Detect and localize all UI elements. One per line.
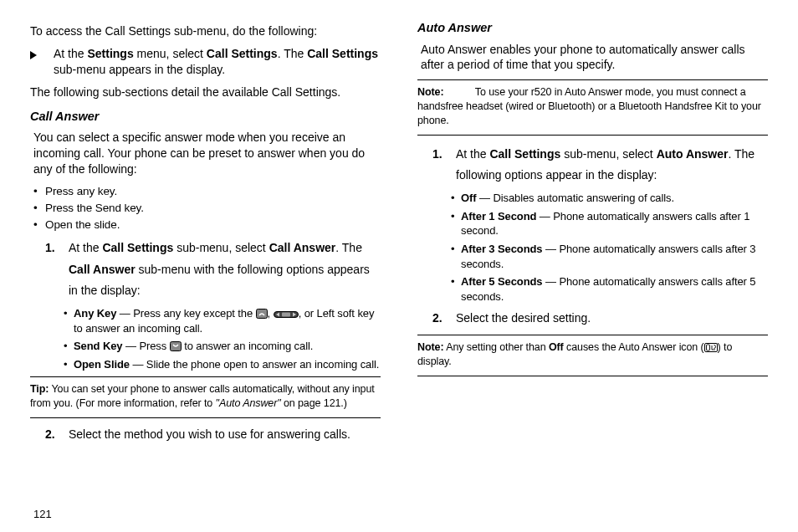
- access-step: At the Settings menu, select Call Settin…: [30, 46, 381, 78]
- divider: [417, 135, 768, 136]
- numbered-step-2: 2. Select the method you wish to use for…: [30, 427, 381, 442]
- numbered-step-2: 2. Select the desired setting.: [417, 310, 768, 326]
- step-number: 1.: [45, 238, 55, 258]
- bold: Call Settings: [307, 47, 378, 60]
- note-body: To use your r520 in Auto Answer mode, yo…: [417, 86, 761, 126]
- svg-rect-2: [282, 313, 290, 317]
- text: ,: [268, 307, 274, 320]
- numbered-step-1: 1. At the Call Settings sub-menu, select…: [417, 144, 768, 186]
- triangle-icon: [30, 48, 37, 64]
- italic-ref: "Auto Answer": [216, 397, 281, 409]
- text: on page 121.): [281, 397, 347, 409]
- tip-label: Tip:: [30, 383, 49, 395]
- text: — Slide the phone open to answer an inco…: [130, 358, 379, 371]
- bold: Settings: [87, 47, 133, 60]
- divider: [30, 376, 381, 377]
- text: . The: [335, 241, 362, 254]
- option-any-key: Any Key — Press any key except the , , o…: [30, 306, 381, 335]
- volume-key-icon: [274, 310, 299, 319]
- list-item: Open the slide.: [30, 217, 381, 233]
- bold: Call Settings: [102, 241, 173, 254]
- option-off: Off — Disables automatic answering of ca…: [417, 191, 768, 206]
- note-handsfree: Note: To use your r520 in Auto Answer mo…: [417, 84, 768, 130]
- text: — Disables automatic answering of calls.: [476, 192, 674, 204]
- step-number: 1.: [432, 144, 442, 165]
- text: — Press any key except the: [116, 307, 255, 320]
- note-icon: Note: Any setting other than Off causes …: [417, 339, 768, 371]
- text: . The: [278, 47, 308, 60]
- step-number: 2.: [45, 427, 55, 442]
- bold: Auto Answer: [657, 147, 729, 161]
- bold: Off: [549, 341, 564, 353]
- tip-note: Tip: You can set your phone to answer ca…: [30, 381, 381, 412]
- bold: Any Key: [74, 307, 116, 320]
- divider: [417, 335, 768, 335]
- intro-text: To access the Call Settings sub-menu, do…: [30, 23, 381, 39]
- text: menu, select: [134, 47, 207, 60]
- option-1s: After 1 Second — Phone automatically ans…: [417, 209, 768, 238]
- text: Any setting other than: [446, 341, 549, 353]
- step-number: 2.: [432, 310, 442, 326]
- bold: Send Key: [74, 340, 122, 352]
- text: Select the method you wish to use for an…: [69, 427, 350, 441]
- bold: After 1 Second: [461, 210, 536, 223]
- text: sub-menu, select: [560, 147, 656, 161]
- follow-text: The following sub-sections detail the av…: [30, 84, 381, 100]
- text: Select the desired setting.: [456, 311, 591, 325]
- auto-answer-heading: Auto Answer: [417, 20, 768, 37]
- send-key-icon: [170, 341, 182, 351]
- left-column: To access the Call Settings sub-menu, do…: [30, 20, 381, 448]
- text: — Press: [122, 340, 169, 352]
- text: At the: [456, 147, 489, 161]
- numbered-step-1: 1. At the Call Settings sub-menu, select…: [30, 238, 381, 301]
- note-label: Note:: [417, 341, 443, 353]
- bold: After 3 Seconds: [461, 243, 542, 255]
- text: causes the Auto Answer icon (: [564, 341, 704, 353]
- bold: Call Answer: [69, 263, 136, 276]
- option-5s: After 5 Seconds — Phone automatically an…: [417, 274, 768, 304]
- text: to answer an incoming call.: [182, 340, 314, 352]
- option-send-key: Send Key — Press to answer an incoming c…: [30, 339, 381, 354]
- manual-page: To access the Call Settings sub-menu, do…: [0, 0, 798, 532]
- svg-rect-7: [706, 345, 709, 350]
- divider: [30, 417, 381, 418]
- two-column-layout: To access the Call Settings sub-menu, do…: [30, 20, 768, 448]
- bold: Open Slide: [74, 358, 130, 371]
- note-label: Note:: [417, 86, 443, 98]
- right-column: Auto Answer Auto Answer enables your pho…: [417, 20, 768, 448]
- auto-answer-icon: [704, 343, 718, 352]
- bold: Call Answer: [269, 241, 336, 254]
- call-answer-desc: You can select a specific answer mode wh…: [30, 130, 381, 177]
- text: sub-menu appears in the display.: [54, 63, 225, 76]
- divider: [417, 376, 768, 376]
- auto-answer-desc: Auto Answer enables your phone to automa…: [417, 42, 768, 74]
- bold: Call Settings: [489, 147, 560, 161]
- bold: Off: [461, 192, 476, 204]
- call-answer-heading: Call Answer: [30, 109, 381, 125]
- list-item: Press any key.: [30, 184, 381, 199]
- bold: After 5 Seconds: [461, 275, 542, 288]
- option-3s: After 3 Seconds — Phone automatically an…: [417, 242, 768, 271]
- page-number: 121: [33, 508, 52, 520]
- text: At the: [69, 241, 102, 254]
- option-open-slide: Open Slide — Slide the phone open to ans…: [30, 357, 381, 372]
- text: sub-menu, select: [173, 241, 269, 254]
- end-key-icon: [256, 309, 268, 319]
- text: At the: [54, 47, 87, 60]
- divider: [417, 79, 768, 80]
- list-item: Press the Send key.: [30, 201, 381, 216]
- bold: Call Settings: [207, 47, 278, 60]
